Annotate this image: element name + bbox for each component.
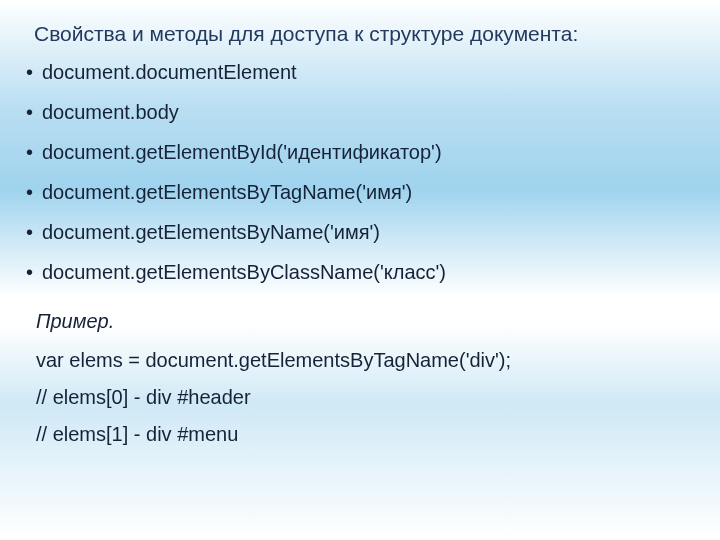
code-line: var elems = document.getElementsByTagNam… xyxy=(36,349,700,372)
list-item: document.documentElement xyxy=(26,60,700,84)
example-label: Пример. xyxy=(36,310,700,333)
list-item: document.getElementsByClassName('класс') xyxy=(26,260,700,284)
code-line: // elems[1] - div #menu xyxy=(36,423,700,446)
list-item: document.getElementsByName('имя') xyxy=(26,220,700,244)
property-list: document.documentElement document.body d… xyxy=(26,60,700,284)
slide-heading: Свойства и методы для доступа к структур… xyxy=(34,22,700,46)
example-block: Пример. var elems = document.getElements… xyxy=(36,310,700,446)
list-item: document.body xyxy=(26,100,700,124)
list-item: document.getElementsByTagName('имя') xyxy=(26,180,700,204)
code-line: // elems[0] - div #header xyxy=(36,386,700,409)
list-item: document.getElementById('идентификатор') xyxy=(26,140,700,164)
